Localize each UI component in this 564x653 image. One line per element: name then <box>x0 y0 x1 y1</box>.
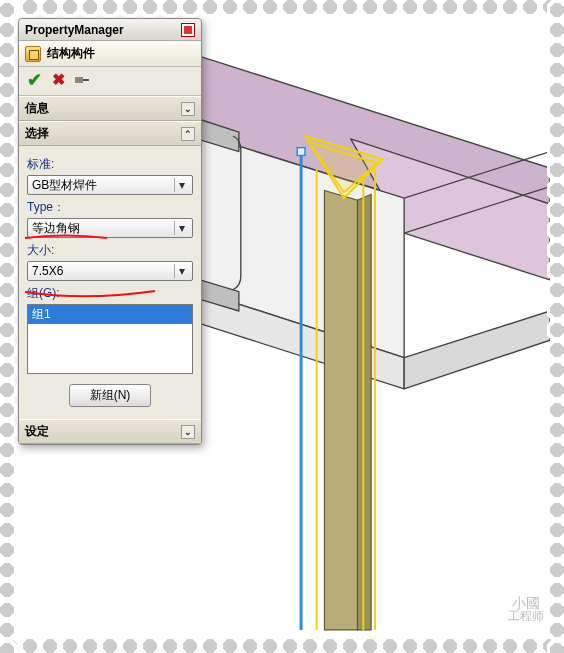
feature-name: 结构构件 <box>47 45 95 62</box>
svg-marker-4 <box>404 311 550 389</box>
property-manager-panel: PropertyManager 结构构件 ✔ ✖ 信息 ⌄ 选择 ⌃ 标准: G… <box>18 18 202 445</box>
dropdown-standard-value: GB型材焊件 <box>32 177 174 194</box>
model-viewport[interactable] <box>200 18 550 639</box>
list-item[interactable]: 组1 <box>28 305 192 324</box>
label-type: Type： <box>27 199 193 216</box>
svg-marker-9 <box>324 190 357 629</box>
new-group-button-label: 新组(N) <box>90 388 131 402</box>
feature-header: 结构构件 <box>19 41 201 67</box>
section-body-select: 标准: GB型材焊件 ▾ Type： 等边角钢 ▾ 大小: 7.5X6 ▾ <box>19 146 201 419</box>
dropdown-type[interactable]: 等边角钢 ▾ <box>27 218 193 238</box>
cancel-button[interactable]: ✖ <box>52 72 65 88</box>
label-size: 大小: <box>27 242 193 259</box>
section-header-info[interactable]: 信息 ⌄ <box>19 97 201 121</box>
pin-panel-icon[interactable] <box>181 23 195 37</box>
keep-visible-icon[interactable] <box>75 74 89 86</box>
section-title-info: 信息 <box>25 100 49 117</box>
dropdown-arrow-icon: ▾ <box>174 264 188 278</box>
new-group-button[interactable]: 新组(N) <box>69 384 152 407</box>
dropdown-arrow-icon: ▾ <box>174 178 188 192</box>
dropdown-size[interactable]: 7.5X6 ▾ <box>27 261 193 281</box>
dropdown-size-value: 7.5X6 <box>32 264 174 278</box>
dropdown-arrow-icon: ▾ <box>174 221 188 235</box>
ok-button[interactable]: ✔ <box>27 71 42 89</box>
svg-rect-17 <box>297 148 305 156</box>
section-header-select[interactable]: 选择 ⌃ <box>19 122 201 146</box>
chevron-down-icon: ⌄ <box>181 102 195 116</box>
section-title-settings: 设定 <box>25 423 49 440</box>
section-title-select: 选择 <box>25 125 49 142</box>
panel-titlebar: PropertyManager <box>19 19 201 41</box>
label-groups: 组(G): <box>27 285 193 302</box>
action-bar: ✔ ✖ <box>19 67 201 96</box>
dropdown-type-value: 等边角钢 <box>32 220 174 237</box>
label-standard: 标准: <box>27 156 193 173</box>
structural-member-icon <box>25 46 41 62</box>
panel-title: PropertyManager <box>25 23 124 37</box>
dropdown-standard[interactable]: GB型材焊件 ▾ <box>27 175 193 195</box>
chevron-up-icon: ⌃ <box>181 127 195 141</box>
groups-listbox[interactable]: 组1 <box>27 304 193 374</box>
chevron-down-icon: ⌄ <box>181 425 195 439</box>
section-header-settings[interactable]: 设定 ⌄ <box>19 420 201 444</box>
